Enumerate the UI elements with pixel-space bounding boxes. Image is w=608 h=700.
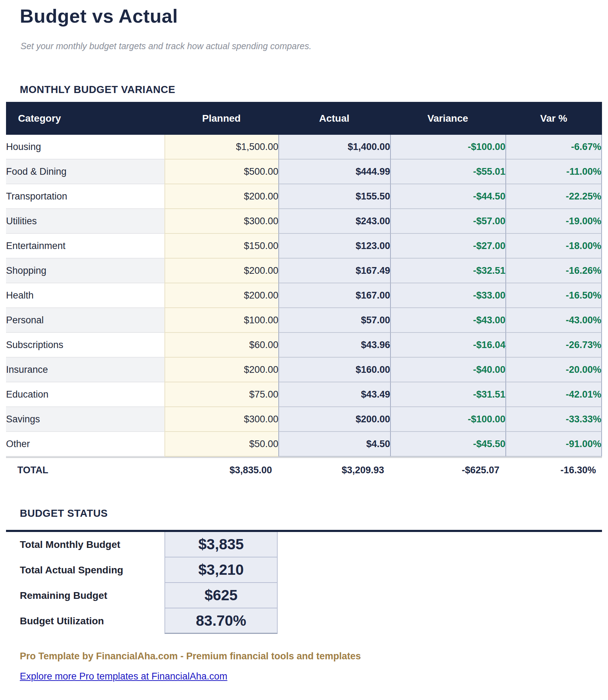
cell-variance-value: -$33.00: [390, 283, 505, 308]
status-label: Total Actual Spending: [6, 557, 164, 583]
cell-variance-value: -$43.00: [390, 308, 505, 333]
table-row: Subscriptions$60.00$43.96-$16.04-26.73%: [6, 333, 602, 358]
cell-var-pct-value: -19.00%: [505, 209, 602, 234]
cell-variance-value: -$31.51: [390, 382, 505, 407]
cell-variance-value: -$100.00: [390, 407, 505, 432]
table-row: Insurance$200.00$160.00-$40.00-20.00%: [6, 358, 602, 382]
table-row: Shopping$200.00$167.49-$32.51-16.26%: [6, 259, 602, 283]
total-actual-value: $3,209.93: [278, 457, 390, 482]
table-row: Personal$100.00$57.00-$43.00-43.00%: [6, 308, 602, 333]
cell-category: Personal: [6, 308, 164, 333]
cell-category: Education: [6, 382, 164, 407]
cell-planned-value: $300.00: [164, 209, 278, 234]
cell-variance-value: -$16.04: [390, 333, 505, 358]
cell-category: Savings: [6, 407, 164, 432]
table-row: Transportation$200.00$155.50-$44.50-22.2…: [6, 184, 602, 209]
cell-var-pct-value: -33.33%: [505, 407, 602, 432]
cell-planned-value: $150.00: [164, 234, 278, 259]
variance-table-header: Category Planned Actual Variance Var %: [6, 102, 602, 135]
cell-category: Utilities: [6, 209, 164, 234]
cell-planned-value: $300.00: [164, 407, 278, 432]
table-row: Education$75.00$43.49-$31.51-42.01%: [6, 382, 602, 407]
cell-variance-value: -$57.00: [390, 209, 505, 234]
cell-category: Other: [6, 432, 164, 457]
cell-planned-value: $50.00: [164, 432, 278, 457]
page-subtitle: Set your monthly budget targets and trac…: [21, 41, 608, 51]
cell-planned-value: $100.00: [164, 308, 278, 333]
cell-var-pct-value: -16.50%: [505, 283, 602, 308]
cell-var-pct-value: -22.25%: [505, 184, 602, 209]
cell-category: Food & Dining: [6, 160, 164, 184]
cell-actual-value: $444.99: [278, 160, 390, 184]
total-variance-value: -$625.07: [390, 457, 505, 482]
cell-variance-value: -$27.00: [390, 234, 505, 259]
cell-planned-value: $75.00: [164, 382, 278, 407]
status-value: $3,835: [164, 532, 278, 557]
cell-planned-value: $60.00: [164, 333, 278, 358]
table-row: Entertainment$150.00$123.00-$27.00-18.00…: [6, 234, 602, 259]
cell-actual-value: $43.96: [278, 333, 390, 358]
cell-planned-value: $200.00: [164, 184, 278, 209]
table-row: Health$200.00$167.00-$33.00-16.50%: [6, 283, 602, 308]
cell-actual-value: $57.00: [278, 308, 390, 333]
cell-planned-value: $200.00: [164, 259, 278, 283]
cell-actual-value: $1,400.00: [278, 135, 390, 160]
cell-actual-value: $167.00: [278, 283, 390, 308]
cell-variance-value: -$44.50: [390, 184, 505, 209]
cell-variance-value: -$40.00: [390, 358, 505, 382]
column-header-variance: Variance: [390, 102, 505, 135]
budget-status-table: Total Monthly Budget$3,835Total Actual S…: [6, 532, 608, 634]
column-header-planned: Planned: [164, 102, 278, 135]
cell-var-pct-value: -43.00%: [505, 308, 602, 333]
cell-planned-value: $500.00: [164, 160, 278, 184]
status-value: 83.70%: [164, 608, 278, 634]
status-value: $625: [164, 583, 278, 608]
total-var-pct-value: -16.30%: [505, 457, 602, 482]
table-row: Food & Dining$500.00$444.99-$55.01-11.00…: [6, 160, 602, 184]
cell-category: Housing: [6, 135, 164, 160]
cell-actual-value: $43.49: [278, 382, 390, 407]
cell-variance-value: -$45.50: [390, 432, 505, 457]
page-title: Budget vs Actual: [20, 5, 608, 27]
variance-table-body: Housing$1,500.00$1,400.00-$100.00-6.67%F…: [6, 135, 602, 457]
cell-var-pct-value: -18.00%: [505, 234, 602, 259]
column-header-actual: Actual: [278, 102, 390, 135]
table-row: Housing$1,500.00$1,400.00-$100.00-6.67%: [6, 135, 602, 160]
cell-var-pct-value: -26.73%: [505, 333, 602, 358]
cell-category: Transportation: [6, 184, 164, 209]
status-label: Remaining Budget: [6, 583, 164, 608]
budget-status-section-title: BUDGET STATUS: [20, 508, 608, 519]
table-row: Savings$300.00$200.00-$100.00-33.33%: [6, 407, 602, 432]
table-row: Other$50.00$4.50-$45.50-91.00%: [6, 432, 602, 457]
cell-actual-value: $243.00: [278, 209, 390, 234]
status-label: Total Monthly Budget: [6, 532, 164, 557]
cell-category: Subscriptions: [6, 333, 164, 358]
cell-planned-value: $200.00: [164, 358, 278, 382]
cell-var-pct-value: -42.01%: [505, 382, 602, 407]
cell-variance-value: -$100.00: [390, 135, 505, 160]
cell-planned-value: $1,500.00: [164, 135, 278, 160]
cell-variance-value: -$32.51: [390, 259, 505, 283]
cell-var-pct-value: -6.67%: [505, 135, 602, 160]
status-label: Budget Utilization: [6, 608, 164, 634]
footer-promo-text: Pro Template by FinancialAha.com - Premi…: [20, 651, 608, 662]
cell-category: Shopping: [6, 259, 164, 283]
status-value: $3,210: [164, 557, 278, 583]
cell-category: Insurance: [6, 358, 164, 382]
cell-var-pct-value: -20.00%: [505, 358, 602, 382]
total-row: TOTAL $3,835.00 $3,209.93 -$625.07 -16.3…: [6, 457, 602, 482]
cell-category: Entertainment: [6, 234, 164, 259]
footer-explore-link[interactable]: Explore more Pro templates at FinancialA…: [20, 671, 227, 682]
cell-variance-value: -$55.01: [390, 160, 505, 184]
variance-section-title: MONTHLY BUDGET VARIANCE: [20, 84, 608, 96]
cell-var-pct-value: -16.26%: [505, 259, 602, 283]
cell-actual-value: $200.00: [278, 407, 390, 432]
table-row: Utilities$300.00$243.00-$57.00-19.00%: [6, 209, 602, 234]
cell-actual-value: $160.00: [278, 358, 390, 382]
cell-actual-value: $4.50: [278, 432, 390, 457]
cell-var-pct-value: -91.00%: [505, 432, 602, 457]
variance-table: Category Planned Actual Variance Var % H…: [6, 102, 602, 482]
total-planned-value: $3,835.00: [164, 457, 278, 482]
column-header-var-pct: Var %: [505, 102, 602, 135]
column-header-category: Category: [6, 102, 164, 135]
